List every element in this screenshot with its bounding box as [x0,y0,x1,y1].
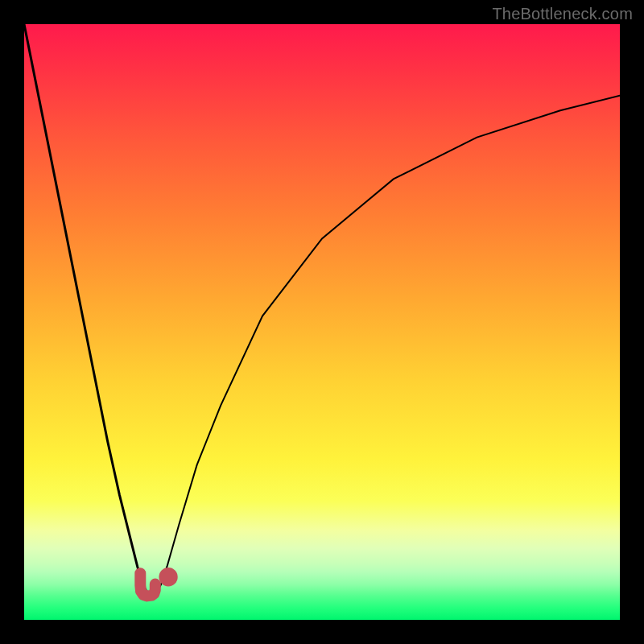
plot-area [24,24,620,620]
chart-frame: TheBottleneck.com [0,0,644,644]
watermark-text: TheBottleneck.com [492,5,633,23]
